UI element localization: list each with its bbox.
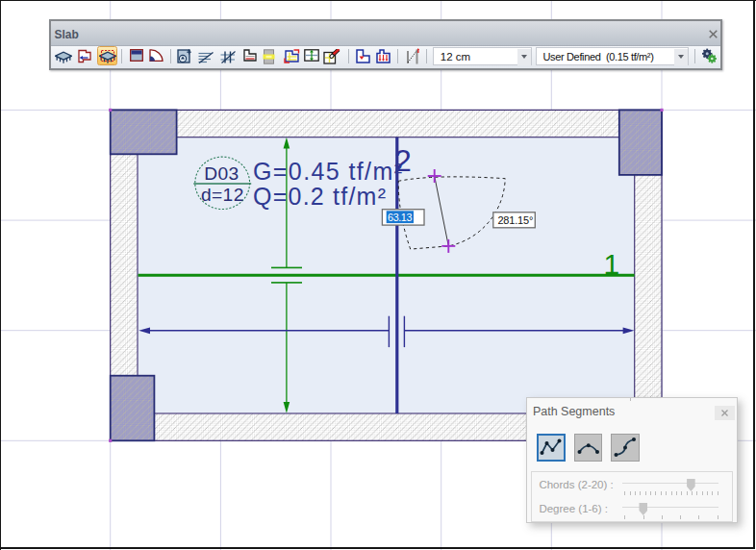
svg-text:281.15°: 281.15° <box>497 214 533 226</box>
svg-text:Q=0.2 tf/m²: Q=0.2 tf/m² <box>253 183 386 210</box>
svg-text:d=12: d=12 <box>201 185 243 205</box>
svg-text:D03: D03 <box>204 163 239 184</box>
svg-text:G=0.45 tf/m²: G=0.45 tf/m² <box>253 158 402 185</box>
svg-text:1: 1 <box>604 248 620 280</box>
svg-text:63.13: 63.13 <box>388 212 413 223</box>
